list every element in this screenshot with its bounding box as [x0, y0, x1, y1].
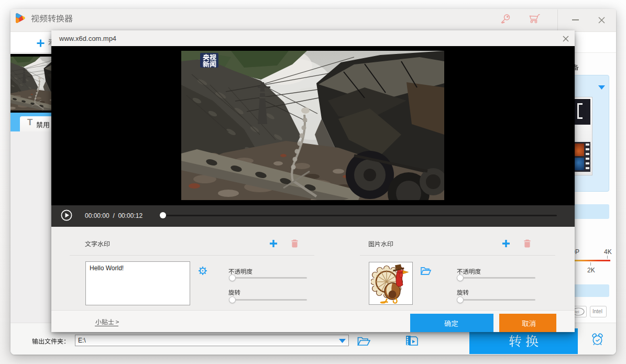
svg-text:tel: tel — [575, 310, 579, 314]
